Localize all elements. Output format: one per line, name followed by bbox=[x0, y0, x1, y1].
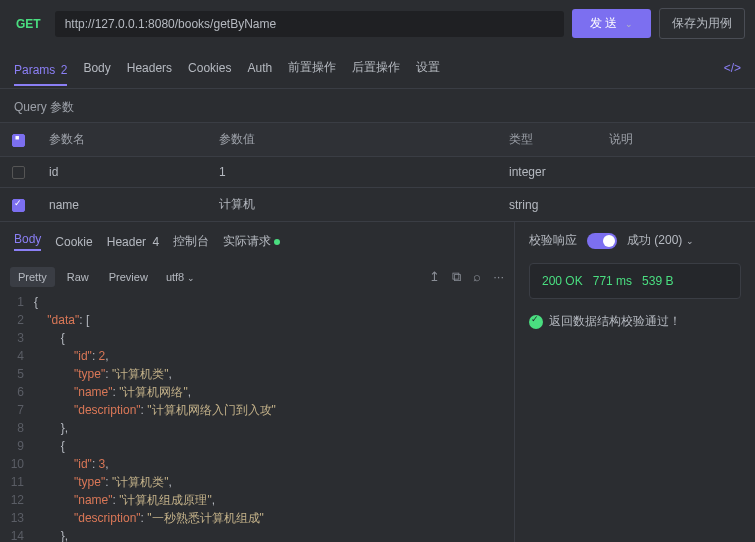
encoding-select[interactable]: utf8 ⌄ bbox=[166, 271, 195, 283]
save-as-case-button[interactable]: 保存为用例 bbox=[659, 8, 745, 39]
col-value: 参数值 bbox=[207, 123, 497, 157]
param-value-cell[interactable]: 计算机 bbox=[207, 188, 497, 222]
resp-tab-cookie[interactable]: Cookie bbox=[55, 235, 92, 249]
more-icon[interactable]: ··· bbox=[493, 269, 504, 285]
response-size: 539 B bbox=[642, 274, 673, 288]
copy-icon[interactable]: ⧉ bbox=[452, 269, 461, 285]
response-time: 771 ms bbox=[593, 274, 632, 288]
param-type-cell[interactable]: string bbox=[497, 188, 597, 222]
resp-tab-body[interactable]: Body bbox=[14, 232, 41, 251]
format-pretty-button[interactable]: Pretty bbox=[10, 267, 55, 287]
url-input[interactable] bbox=[55, 11, 564, 37]
tab-auth[interactable]: Auth bbox=[247, 57, 272, 79]
format-raw-button[interactable]: Raw bbox=[59, 267, 97, 287]
resp-tab-console[interactable]: 控制台 bbox=[173, 233, 209, 250]
table-row[interactable]: id 1 integer bbox=[0, 157, 755, 188]
param-name-cell[interactable]: name bbox=[37, 188, 207, 222]
indicator-dot-icon bbox=[274, 239, 280, 245]
table-row[interactable]: name 计算机 string bbox=[0, 188, 755, 222]
col-desc: 说明 bbox=[597, 123, 755, 157]
response-stats: 200 OK 771 ms 539 B bbox=[529, 263, 741, 299]
chevron-down-icon: ⌄ bbox=[686, 236, 694, 246]
resp-tab-actual[interactable]: 实际请求 bbox=[223, 233, 280, 250]
search-icon[interactable]: ⌕ bbox=[473, 269, 481, 285]
param-desc-cell[interactable] bbox=[597, 188, 755, 222]
validate-label: 校验响应 bbox=[529, 232, 577, 249]
row-checkbox[interactable] bbox=[12, 199, 25, 212]
param-desc-cell[interactable] bbox=[597, 157, 755, 188]
resp-tab-header[interactable]: Header 4 bbox=[107, 235, 159, 249]
success-status-select[interactable]: 成功 (200) ⌄ bbox=[627, 232, 694, 249]
format-preview-button[interactable]: Preview bbox=[101, 267, 156, 287]
tab-settings[interactable]: 设置 bbox=[416, 55, 440, 80]
checkbox-all[interactable] bbox=[12, 134, 25, 147]
http-method[interactable]: GET bbox=[10, 17, 47, 31]
param-type-cell[interactable]: integer bbox=[497, 157, 597, 188]
chevron-down-icon: ⌄ bbox=[187, 273, 195, 283]
tab-headers[interactable]: Headers bbox=[127, 57, 172, 79]
send-button[interactable]: 发 送⌄ bbox=[572, 9, 651, 38]
response-tabs: Body Cookie Header 4 控制台 实际请求 bbox=[0, 222, 514, 261]
query-params-table: 参数名 参数值 类型 说明 id 1 integer name 计算机 stri… bbox=[0, 122, 755, 221]
status-code: 200 OK bbox=[542, 274, 583, 288]
row-checkbox[interactable] bbox=[12, 166, 25, 179]
response-body-code[interactable]: 1{2 "data": [3 {4 "id": 2,5 "type": "计算机… bbox=[0, 293, 514, 542]
param-name-cell[interactable]: id bbox=[37, 157, 207, 188]
query-section-label: Query 参数 bbox=[0, 89, 755, 122]
check-circle-icon bbox=[529, 315, 543, 329]
code-view-icon[interactable]: </> bbox=[724, 61, 741, 75]
tab-pre-request[interactable]: 前置操作 bbox=[288, 55, 336, 80]
param-value-cell[interactable]: 1 bbox=[207, 157, 497, 188]
tab-post-request[interactable]: 后置操作 bbox=[352, 55, 400, 80]
col-type: 类型 bbox=[497, 123, 597, 157]
request-tabs: Params 2 Body Headers Cookies Auth 前置操作 … bbox=[0, 47, 755, 89]
table-header-row: 参数名 参数值 类型 说明 bbox=[0, 123, 755, 157]
extract-icon[interactable]: ↥ bbox=[429, 269, 440, 285]
col-name: 参数名 bbox=[37, 123, 207, 157]
tab-cookies[interactable]: Cookies bbox=[188, 57, 231, 79]
validate-toggle[interactable] bbox=[587, 233, 617, 249]
send-button-label: 发 送 bbox=[590, 15, 617, 32]
validation-pass-message: 返回数据结构校验通过！ bbox=[529, 313, 741, 330]
tab-params[interactable]: Params 2 bbox=[14, 59, 67, 86]
tab-body[interactable]: Body bbox=[83, 57, 110, 79]
chevron-down-icon: ⌄ bbox=[625, 19, 633, 29]
